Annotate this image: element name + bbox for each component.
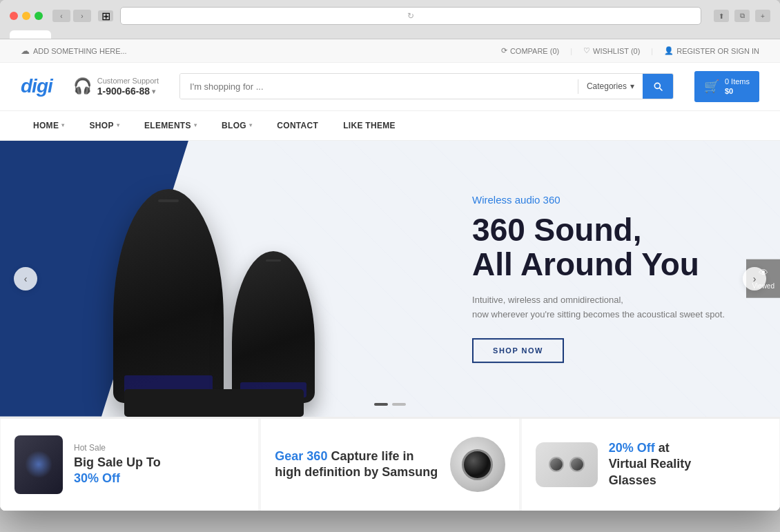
browser-window: ‹ › ⊞ ↻ ⬆ ⧉ + ☁ ADD SOMETHING HERE... bbox=[0, 0, 780, 511]
phone-dropdown-icon[interactable]: ▾ bbox=[152, 88, 155, 95]
headphone-icon: 🎧 bbox=[73, 77, 92, 95]
browser-tabs bbox=[10, 30, 770, 39]
address-bar[interactable]: ↻ bbox=[120, 7, 701, 25]
forward-button[interactable]: › bbox=[73, 10, 91, 22]
add-something-text: ADD SOMETHING HERE... bbox=[33, 47, 127, 55]
chevron-down-icon: ▾ bbox=[117, 122, 119, 128]
active-tab[interactable] bbox=[10, 30, 51, 39]
vr-subtitle2: Glasses bbox=[609, 473, 766, 489]
user-icon: 👤 bbox=[664, 46, 674, 55]
cart-icon: 🛒 bbox=[704, 79, 719, 94]
promo-card-phone[interactable]: Hot Sale Big Sale Up To 30% Off bbox=[1, 419, 258, 511]
gear360-label: Gear 360 bbox=[275, 449, 327, 463]
new-tab-button[interactable]: + bbox=[755, 10, 770, 22]
cart-button[interactable]: 🛒 0 Items $0 bbox=[694, 71, 759, 102]
top-bar-right: ⟳ COMPARE (0) | ♡ WISHLIST (0) | 👤 REGIS… bbox=[501, 46, 759, 55]
vr-lens-left bbox=[549, 457, 564, 472]
vr-at: at bbox=[659, 441, 670, 455]
support-info: Customer Support 1-900-66-88 ▾ bbox=[97, 76, 159, 97]
nav-item-shop[interactable]: SHOP ▾ bbox=[77, 111, 133, 140]
hero-title: 360 Sound, All Around You bbox=[472, 213, 725, 282]
compare-link[interactable]: ⟳ COMPARE (0) bbox=[501, 46, 559, 55]
vr-lens-right bbox=[569, 457, 585, 472]
nav-item-home[interactable]: HOME ▾ bbox=[21, 111, 77, 140]
site-content: ☁ ADD SOMETHING HERE... ⟳ COMPARE (0) | … bbox=[0, 39, 780, 511]
site-header: digi 🎧 Customer Support 1-900-66-88 ▾ Ca… bbox=[0, 63, 780, 111]
search-button[interactable] bbox=[643, 74, 673, 99]
maximize-button[interactable] bbox=[35, 12, 43, 20]
hero-description: Intuitive, wireless and omnidirectional,… bbox=[472, 293, 725, 322]
promo-card-vr[interactable]: 20% Off at Virtual Reality Glasses bbox=[520, 419, 779, 511]
promo-vr-text: 20% Off at Virtual Reality Glasses bbox=[609, 440, 766, 489]
browser-chrome: ‹ › ⊞ ↻ ⬆ ⧉ + bbox=[0, 0, 780, 39]
slider-dot-2[interactable] bbox=[392, 403, 406, 406]
hero-slider: Wireless audio 360 360 Sound, All Around… bbox=[0, 141, 780, 417]
chevron-down-icon: ▾ bbox=[61, 122, 64, 128]
nav-item-contact[interactable]: CONTACT bbox=[264, 111, 331, 140]
promo-camera-text: Gear 360 Capture life in high definition… bbox=[275, 449, 438, 481]
nav-item-blog[interactable]: BLOG ▾ bbox=[209, 111, 264, 140]
speaker-large bbox=[113, 189, 224, 403]
slider-dot-1[interactable] bbox=[374, 403, 388, 406]
sep-2: | bbox=[651, 47, 653, 55]
chevron-down-icon: ▾ bbox=[249, 122, 252, 128]
compare-icon: ⟳ bbox=[501, 46, 507, 55]
tab-action-button[interactable]: ⧉ bbox=[734, 10, 750, 22]
site-logo[interactable]: digi bbox=[21, 75, 52, 97]
big-sale-title: Big Sale Up To bbox=[74, 455, 244, 471]
wishlist-label: WISHLIST (0) bbox=[593, 47, 640, 55]
categories-label: Categories bbox=[587, 81, 627, 91]
phone-glow bbox=[25, 451, 52, 478]
sep-1: | bbox=[570, 47, 572, 55]
vr-lenses bbox=[549, 457, 585, 472]
register-label: REGISTER OR SIGN IN bbox=[676, 47, 759, 55]
top-bar-left: ☁ ADD SOMETHING HERE... bbox=[21, 46, 127, 56]
traffic-lights bbox=[10, 12, 43, 20]
nav-item-like-theme[interactable]: LIKE THEME bbox=[331, 111, 408, 140]
categories-dropdown[interactable]: Categories ▾ bbox=[578, 81, 643, 91]
register-link[interactable]: 👤 REGISTER OR SIGN IN bbox=[664, 46, 759, 55]
promo-cards: Hot Sale Big Sale Up To 30% Off Gear 360… bbox=[0, 417, 780, 511]
cart-items-count: 0 Items bbox=[725, 77, 750, 86]
compare-label: COMPARE (0) bbox=[510, 47, 559, 55]
browser-actions: ⬆ ⧉ + bbox=[714, 10, 770, 22]
camera-title: Gear 360 Capture life in high definition… bbox=[275, 449, 438, 481]
cart-info: 0 Items $0 bbox=[725, 77, 750, 97]
categories-arrow-icon: ▾ bbox=[630, 81, 634, 91]
phone-image bbox=[14, 435, 63, 494]
browser-nav-arrows: ‹ › bbox=[52, 10, 91, 22]
hero-subtitle: Wireless audio 360 bbox=[472, 194, 725, 206]
browser-titlebar: ‹ › ⊞ ↻ ⬆ ⧉ + bbox=[10, 7, 770, 25]
promo-phone-text: Hot Sale Big Sale Up To 30% Off bbox=[74, 443, 244, 485]
hero-content: Wireless audio 360 360 Sound, All Around… bbox=[472, 194, 725, 364]
support-phone: 1-900-66-88 ▾ bbox=[97, 86, 159, 97]
camera-image bbox=[450, 437, 505, 492]
share-button[interactable]: ⬆ bbox=[714, 10, 729, 22]
search-input[interactable] bbox=[180, 74, 578, 99]
speaker-base bbox=[124, 389, 304, 417]
search-icon bbox=[652, 81, 663, 92]
phone-discount: 30% Off bbox=[74, 471, 244, 486]
main-nav: HOME ▾ SHOP ▾ ELEMENTS ▾ BLOG ▾ CONTACT … bbox=[0, 111, 780, 141]
minimize-button[interactable] bbox=[22, 12, 30, 20]
close-button[interactable] bbox=[10, 12, 18, 20]
cart-price: $0 bbox=[725, 86, 750, 96]
back-button[interactable]: ‹ bbox=[52, 10, 70, 22]
slider-next-button[interactable]: › bbox=[743, 267, 766, 290]
logo-text: digi bbox=[21, 75, 52, 97]
shop-now-button[interactable]: SHOP NOW bbox=[472, 338, 564, 363]
heart-icon: ♡ bbox=[583, 46, 590, 55]
nav-item-elements[interactable]: ELEMENTS ▾ bbox=[132, 111, 209, 140]
window-icon: ⊞ bbox=[98, 10, 113, 21]
wishlist-link[interactable]: ♡ WISHLIST (0) bbox=[583, 46, 640, 55]
chevron-down-icon: ▾ bbox=[194, 122, 197, 128]
speaker-image bbox=[97, 155, 331, 417]
vr-image bbox=[536, 442, 598, 487]
top-bar: ☁ ADD SOMETHING HERE... ⟳ COMPARE (0) | … bbox=[0, 39, 780, 63]
slider-prev-button[interactable]: ‹ bbox=[14, 267, 37, 290]
customer-support: 🎧 Customer Support 1-900-66-88 ▾ bbox=[73, 76, 159, 97]
hot-sale-label: Hot Sale bbox=[74, 443, 244, 453]
search-bar: Categories ▾ bbox=[179, 73, 674, 99]
vr-title: 20% Off at bbox=[609, 440, 766, 456]
promo-card-camera[interactable]: Gear 360 Capture life in high definition… bbox=[260, 419, 518, 511]
